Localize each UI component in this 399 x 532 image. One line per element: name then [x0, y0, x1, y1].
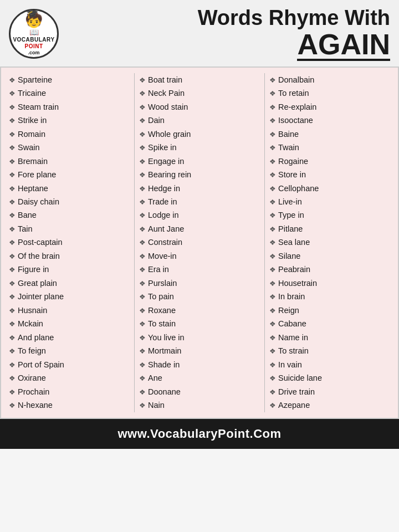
logo: 🧒 🎓 📖 VOCABULARY POINT .com: [9, 9, 59, 59]
diamond-icon: ❖: [139, 210, 146, 221]
word-text: Shade in: [148, 359, 180, 371]
diamond-icon: ❖: [139, 102, 146, 113]
title-line2: AGAIN: [297, 30, 390, 61]
word-text: Engage in: [148, 155, 184, 167]
diamond-icon: ❖: [269, 346, 276, 357]
diamond-icon: ❖: [9, 251, 16, 262]
word-text: Of the brain: [18, 250, 60, 262]
logo-text: VOCABULARY POINT .com: [13, 37, 54, 56]
diamond-icon: ❖: [9, 115, 16, 126]
list-item: ❖Doonane: [139, 385, 260, 398]
list-item: ❖Purslain: [139, 277, 260, 290]
list-item: ❖Whole grain: [139, 127, 260, 141]
diamond-icon: ❖: [139, 319, 146, 330]
word-text: Dain: [148, 114, 165, 126]
word-text: Bearing rein: [148, 168, 191, 181]
list-item: ❖Baine: [269, 127, 390, 141]
list-item: ❖Roxane: [139, 304, 260, 317]
diamond-icon: ❖: [9, 224, 16, 235]
list-item: ❖Port of Spain: [9, 358, 130, 371]
list-item: ❖Isooctane: [269, 114, 390, 127]
word-text: In vain: [278, 359, 302, 371]
list-item: ❖Tain: [9, 222, 130, 236]
list-item: ❖Steam train: [9, 100, 130, 114]
list-item: ❖Trade in: [139, 195, 260, 208]
diamond-icon: ❖: [269, 237, 276, 248]
diamond-icon: ❖: [9, 129, 16, 140]
diamond-icon: ❖: [269, 75, 276, 86]
list-item: ❖Jointer plane: [9, 290, 130, 303]
word-text: You live in: [148, 331, 185, 344]
diamond-icon: ❖: [269, 129, 276, 140]
list-item: ❖Daisy chain: [9, 195, 130, 208]
list-item: ❖Reign: [269, 304, 390, 317]
list-item: ❖Fore plane: [9, 168, 130, 181]
list-item: ❖Oxirane: [9, 371, 130, 385]
diamond-icon: ❖: [9, 170, 16, 181]
word-text: Hedge in: [148, 182, 180, 195]
word-text: Tricaine: [18, 87, 46, 99]
word-text: Era in: [148, 263, 169, 275]
diamond-icon: ❖: [269, 170, 276, 181]
diamond-icon: ❖: [269, 197, 276, 208]
diamond-icon: ❖: [9, 346, 16, 357]
list-item: ❖Wood stain: [139, 100, 260, 114]
word-text: Sparteine: [18, 74, 52, 86]
diamond-icon: ❖: [269, 210, 276, 221]
diamond-icon: ❖: [9, 305, 16, 316]
list-item: ❖In brain: [269, 290, 390, 303]
word-text: Post-captain: [18, 236, 63, 248]
word-text: Bane: [18, 209, 37, 221]
word-text: Nain: [148, 399, 165, 411]
word-text: Mckain: [18, 318, 43, 330]
list-item: ❖To stain: [139, 317, 260, 330]
word-text: Rogaine: [278, 155, 308, 167]
list-item: ❖Ane: [139, 371, 260, 385]
word-text: Spike in: [148, 141, 177, 154]
list-item: ❖Type in: [269, 208, 390, 222]
list-item: ❖Of the brain: [9, 249, 130, 263]
diamond-icon: ❖: [269, 88, 276, 99]
list-item: ❖Prochain: [9, 385, 130, 398]
word-text: Mortmain: [148, 345, 181, 357]
list-item: ❖To pain: [139, 290, 260, 303]
list-item: ❖To feign: [9, 344, 130, 357]
list-item: ❖Housetrain: [269, 277, 390, 290]
diamond-icon: ❖: [269, 224, 276, 235]
list-item: ❖Pitlane: [269, 222, 390, 236]
word-text: Silane: [278, 250, 300, 262]
word-text: Azepane: [278, 399, 310, 411]
diamond-icon: ❖: [269, 387, 276, 398]
diamond-icon: ❖: [139, 224, 146, 235]
word-text: Roxane: [148, 304, 176, 316]
list-item: ❖To retain: [269, 86, 390, 100]
diamond-icon: ❖: [139, 75, 146, 86]
diamond-icon: ❖: [139, 251, 146, 262]
list-item: ❖Name in: [269, 331, 390, 344]
word-text: Strike in: [18, 114, 47, 126]
word-text: Daisy chain: [18, 196, 59, 208]
word-text: Romain: [18, 128, 45, 140]
word-text: Heptane: [18, 182, 48, 195]
diamond-icon: ❖: [269, 251, 276, 262]
diamond-icon: ❖: [9, 88, 16, 99]
word-text: Type in: [278, 209, 304, 221]
word-text: Trade in: [148, 196, 177, 208]
word-text: Cellophane: [278, 182, 319, 195]
diamond-icon: ❖: [139, 332, 146, 344]
list-item: ❖Live-in: [269, 195, 390, 208]
list-item: ❖Azepane: [269, 398, 390, 412]
list-item: ❖You live in: [139, 331, 260, 344]
word-text: Steam train: [18, 101, 59, 113]
diamond-icon: ❖: [9, 400, 16, 411]
diamond-icon: ❖: [139, 305, 146, 316]
word-text: Cabane: [278, 318, 306, 330]
diamond-icon: ❖: [9, 183, 16, 195]
word-text: Twain: [278, 141, 299, 154]
list-item: ❖Suicide lane: [269, 371, 390, 385]
word-text: Move-in: [148, 250, 177, 262]
list-item: ❖Spike in: [139, 141, 260, 154]
list-item: ❖Re-explain: [269, 100, 390, 114]
column-1: ❖Sparteine❖Tricaine❖Steam train❖Strike i…: [4, 73, 135, 412]
diamond-icon: ❖: [139, 264, 146, 275]
